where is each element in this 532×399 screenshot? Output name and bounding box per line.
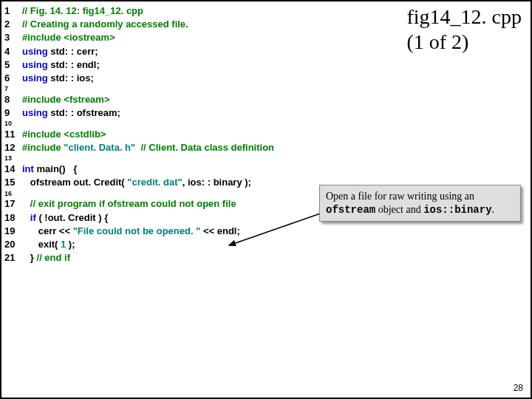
code-text: int main() { — [22, 163, 374, 176]
line-number: 16 — [4, 190, 22, 198]
code-line: 9using std: : ofstream; — [4, 106, 374, 120]
line-number: 6 — [4, 72, 22, 85]
code-line: 3#include <iostream> — [4, 31, 374, 44]
code-text: using std: : cerr; — [22, 45, 374, 58]
line-number: 1 — [4, 4, 22, 18]
line-number: 2 — [4, 18, 22, 31]
code-line: 12#include "client. Data. h" // Client. … — [4, 141, 374, 154]
line-number: 21 — [4, 251, 22, 265]
code-text: #include "client. Data. h" // Client. Da… — [22, 141, 374, 154]
code-text: // Creating a randomly accessed file. — [22, 18, 374, 31]
slide: fig14_12. cpp (1 of 2) 1// Fig. 14. 12: … — [0, 0, 532, 399]
code-line: 13 — [4, 154, 374, 163]
code-line: 21 } // end if — [4, 251, 374, 265]
code-line: 14int main() { — [4, 163, 374, 176]
line-number: 11 — [4, 128, 22, 141]
callout-text-a: Open a file for raw writing using an — [326, 191, 474, 202]
callout-mono-2: ios::binary — [423, 204, 491, 216]
code-line: 11#include <cstdlib> — [4, 128, 374, 141]
line-number: 20 — [4, 238, 22, 251]
code-line: 7 — [4, 85, 374, 93]
line-number: 3 — [4, 31, 22, 44]
line-number: 14 — [4, 163, 22, 176]
line-number: 9 — [4, 106, 22, 120]
code-text: #include <fstream> — [22, 93, 374, 106]
line-number: 10 — [4, 120, 22, 128]
code-line: 8#include <fstream> — [4, 93, 374, 106]
line-number: 18 — [4, 211, 22, 225]
line-number: 4 — [4, 45, 22, 58]
code-line: 6using std: : ios; — [4, 72, 374, 85]
callout-box: Open a file for raw writing using an ofs… — [319, 185, 521, 222]
slide-title: fig14_12. cpp (1 of 2) — [406, 4, 522, 54]
title-line1: fig14_12. cpp — [406, 4, 522, 30]
code-line: 16 — [4, 190, 374, 198]
code-line: 10 — [4, 120, 374, 128]
svg-line-0 — [229, 211, 327, 245]
line-number: 7 — [4, 85, 22, 93]
code-text: using std: : ofstream; — [22, 106, 374, 120]
code-line: 2// Creating a randomly accessed file. — [4, 18, 374, 31]
callout-text-b: object and — [375, 204, 423, 215]
code-text: using std: : endl; — [22, 58, 374, 72]
line-number: 5 — [4, 58, 22, 72]
line-number: 12 — [4, 141, 22, 154]
callout-arrow — [223, 208, 334, 253]
code-line: 1// Fig. 14. 12: fig14_12. cpp — [4, 4, 374, 18]
callout-mono-1: ofstream — [326, 204, 375, 216]
title-line2: (1 of 2) — [406, 30, 522, 55]
line-number: 15 — [4, 176, 22, 189]
code-line: 15 ofstream out. Credit( "credit. dat", … — [4, 176, 374, 189]
line-number: 13 — [4, 154, 22, 163]
line-number: 17 — [4, 197, 22, 211]
callout-text-c: . — [492, 204, 495, 215]
code-text: // Fig. 14. 12: fig14_12. cpp — [22, 4, 374, 18]
line-number: 8 — [4, 93, 22, 106]
code-text: } // end if — [22, 251, 374, 265]
page-number: 28 — [514, 383, 523, 393]
code-line: 4using std: : cerr; — [4, 45, 374, 58]
code-text: #include <cstdlib> — [22, 128, 374, 141]
code-text: #include <iostream> — [22, 31, 374, 44]
code-text: using std: : ios; — [22, 72, 374, 85]
line-number: 19 — [4, 225, 22, 238]
code-line: 5using std: : endl; — [4, 58, 374, 72]
